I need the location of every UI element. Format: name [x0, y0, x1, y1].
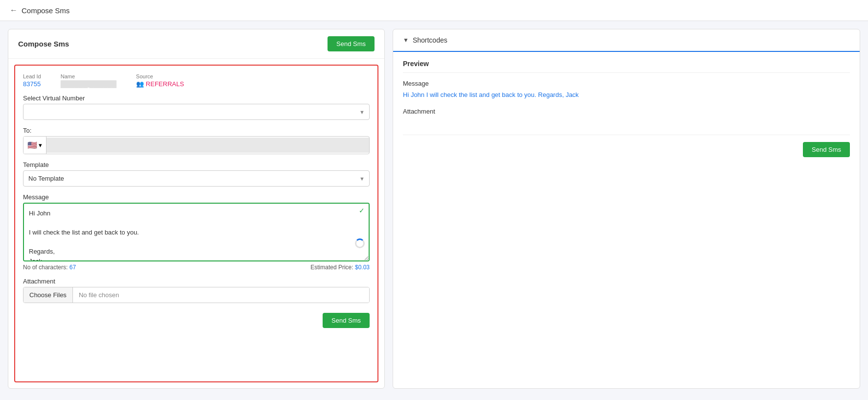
- template-label: Template: [23, 161, 370, 168]
- message-label: Message: [23, 193, 370, 201]
- choose-files-button[interactable]: Choose Files: [23, 287, 73, 303]
- bottom-send-row: Send Sms: [23, 310, 370, 328]
- bottom-send-sms-button[interactable]: Send Sms: [323, 313, 370, 328]
- estimated-price: Estimated Price: $0.03: [310, 264, 370, 271]
- lead-id-label: Lead Id: [23, 73, 41, 79]
- lead-name-item: Name ██████ ██████: [61, 73, 117, 88]
- preview-send-sms-button[interactable]: Send Sms: [803, 142, 850, 157]
- template-select[interactable]: No Template: [23, 170, 370, 187]
- preview-attachment-label: Attachment: [403, 108, 850, 115]
- file-input-row: Choose Files No file chosen: [23, 287, 370, 303]
- char-count-label: No of characters: 67: [23, 264, 76, 271]
- virtual-number-field: Select Virtual Number ▼: [23, 94, 370, 120]
- phone-number-input[interactable]: [47, 138, 369, 153]
- right-panel: ▼ Shortcodes Preview Message Hi John I w…: [393, 29, 860, 389]
- textarea-wrapper: Hi John I will check the list and get ba…: [23, 203, 370, 263]
- virtual-number-select[interactable]: [23, 104, 370, 120]
- phone-input-row: 🇺🇸 ▾: [23, 136, 370, 154]
- panel-title: Compose Sms: [18, 40, 69, 48]
- preview-title: Preview: [403, 60, 850, 73]
- lead-source-label: Source: [136, 73, 184, 79]
- virtual-number-label: Select Virtual Number: [23, 94, 370, 102]
- left-panel: Compose Sms Send Sms Lead Id 83755 Name …: [8, 29, 385, 389]
- estimated-price-value: $0.03: [355, 264, 370, 271]
- to-label: To:: [23, 127, 370, 134]
- char-count-value: 67: [70, 264, 76, 271]
- to-field-group: To: 🇺🇸 ▾: [23, 127, 370, 154]
- loading-spinner-icon: [355, 238, 365, 248]
- shortcodes-header[interactable]: ▼ Shortcodes: [403, 36, 850, 44]
- page-title: Compose Sms: [22, 6, 70, 15]
- shortcodes-title: Shortcodes: [413, 36, 447, 44]
- us-flag-icon: 🇺🇸: [27, 141, 37, 150]
- lead-source-value: 👥 REFERRALS: [136, 80, 184, 88]
- page-header: ← Compose Sms: [0, 0, 868, 21]
- template-select-wrapper: No Template ▼: [23, 170, 370, 187]
- phone-flag-button[interactable]: 🇺🇸 ▾: [23, 137, 47, 154]
- attachment-field: Attachment Choose Files No file chosen: [23, 278, 370, 303]
- header-send-sms-button[interactable]: Send Sms: [328, 36, 375, 51]
- char-count-row: No of characters: 67 Estimated Price: $0…: [23, 264, 370, 271]
- message-field: Message Hi John I will check the list an…: [23, 193, 370, 271]
- template-field: Template No Template ▼: [23, 161, 370, 187]
- lead-name-value: ██████ ██████: [61, 80, 117, 88]
- check-icon: ✓: [359, 207, 365, 214]
- panel-header: Compose Sms Send Sms: [8, 29, 384, 59]
- back-button[interactable]: ←: [10, 6, 18, 15]
- message-textarea[interactable]: Hi John I will check the list and get ba…: [23, 203, 370, 261]
- file-name-display: No file chosen: [73, 287, 369, 303]
- preview-message-label: Message: [403, 80, 850, 87]
- attachment-label: Attachment: [23, 278, 370, 285]
- lead-info-row: Lead Id 83755 Name ██████ ██████ Source …: [23, 73, 370, 88]
- lead-id-item: Lead Id 83755: [23, 73, 41, 88]
- lead-source-item: Source 👥 REFERRALS: [136, 73, 184, 88]
- preview-section: Preview Message Hi John I will check the…: [393, 52, 860, 388]
- flag-dropdown-arrow: ▾: [39, 141, 42, 149]
- preview-message-text: Hi John I will check the list and get ba…: [403, 90, 850, 100]
- preview-send-row: Send Sms: [403, 135, 850, 157]
- main-layout: Compose Sms Send Sms Lead Id 83755 Name …: [0, 21, 868, 397]
- lead-name-label: Name: [61, 73, 117, 79]
- form-area: Lead Id 83755 Name ██████ ██████ Source …: [14, 65, 378, 382]
- people-icon: 👥: [136, 80, 144, 88]
- virtual-number-select-wrapper: ▼: [23, 104, 370, 120]
- chevron-down-icon: ▼: [403, 37, 409, 44]
- shortcodes-section: ▼ Shortcodes: [393, 29, 860, 52]
- lead-id-value: 83755: [23, 80, 41, 88]
